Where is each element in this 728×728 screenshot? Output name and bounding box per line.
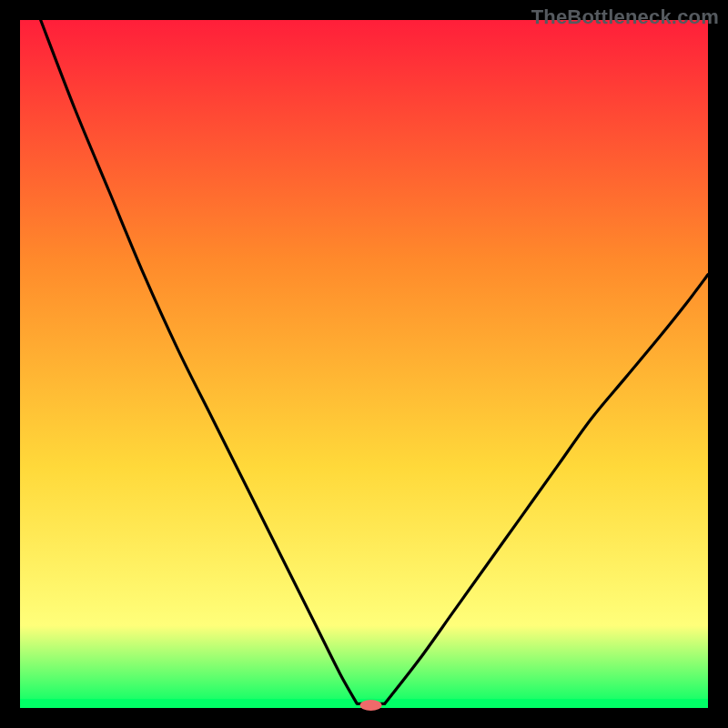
gradient-background — [20, 20, 708, 708]
watermark-text: TheBottleneck.com — [531, 5, 719, 29]
optimum-marker — [360, 700, 382, 711]
chart-stage: TheBottleneck.com — [0, 0, 728, 728]
chart-svg — [0, 0, 728, 728]
